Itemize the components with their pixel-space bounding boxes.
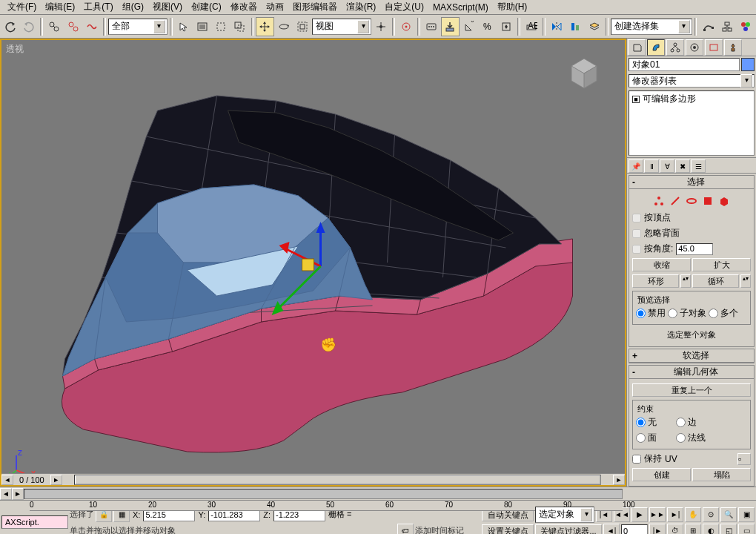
modifier-list-combo[interactable]: 修改器列表 <box>629 74 755 88</box>
loop-button[interactable]: 循环 <box>692 274 739 288</box>
time-slider-track[interactable] <box>24 489 623 499</box>
preview-subobj-radio[interactable] <box>668 309 677 318</box>
undo-button[interactable] <box>1 17 19 36</box>
shrink-button[interactable]: 收缩 <box>632 258 691 271</box>
menu-edit[interactable]: 编辑(E) <box>41 0 79 15</box>
nav-fov-button[interactable]: ▣ <box>738 507 755 522</box>
constraint-none-radio[interactable] <box>636 418 646 427</box>
select-region-button[interactable] <box>212 17 230 36</box>
object-name-field[interactable]: 对象01 <box>629 58 740 71</box>
nav-zoom-button[interactable]: 🔍 <box>720 507 737 522</box>
grow-button[interactable]: 扩大 <box>692 258 751 271</box>
link-button[interactable] <box>45 17 63 36</box>
constraint-edge-radio[interactable] <box>676 418 686 427</box>
menu-rendering[interactable]: 渲染(R) <box>342 0 381 15</box>
collapse-button[interactable]: 塌陷 <box>692 468 751 481</box>
named-selection-set-combo[interactable]: 创建选择集 <box>611 19 692 35</box>
time-config-button[interactable]: ⏱ <box>667 524 683 535</box>
percent-snap-button[interactable]: % <box>479 17 497 36</box>
time-tag-button[interactable]: 🏷 <box>397 524 414 535</box>
bind-spacewarp-button[interactable] <box>83 17 101 36</box>
create-tab[interactable] <box>628 39 646 56</box>
key-filters-button[interactable]: 关键点过滤器... <box>535 524 602 535</box>
menu-tools[interactable]: 工具(T) <box>79 0 117 15</box>
nav-maximize-button[interactable]: ◱ <box>720 524 737 535</box>
next-frame-button[interactable]: ►► <box>649 507 666 522</box>
border-subobj-icon[interactable] <box>686 195 697 207</box>
mirror-button[interactable] <box>548 17 566 36</box>
named-selection-button[interactable]: ABC <box>523 17 540 36</box>
preview-multi-radio[interactable] <box>709 309 718 318</box>
selection-filter-combo[interactable]: 全部 <box>108 19 168 35</box>
menu-help[interactable]: 帮助(H) <box>493 0 532 15</box>
use-pivot-button[interactable] <box>372 17 390 36</box>
remove-modifier-button[interactable]: ✖ <box>675 159 690 173</box>
scroll-left-button[interactable]: ◄ <box>1 475 13 485</box>
schematic-view-button[interactable] <box>718 17 736 36</box>
prev-key-button[interactable]: ◄| <box>603 524 620 535</box>
edit-geometry-rollout-header[interactable]: -编辑几何体 <box>629 366 754 379</box>
perspective-viewport[interactable]: 透视 <box>0 39 626 487</box>
menu-file[interactable]: 文件(F) <box>3 0 41 15</box>
snap-toggle-button[interactable] <box>441 17 459 36</box>
preserve-uv-check[interactable] <box>632 455 641 464</box>
curve-editor-button[interactable] <box>699 17 717 36</box>
nav-minmax-button[interactable]: ▭ <box>738 524 755 535</box>
select-by-name-button[interactable] <box>193 17 211 36</box>
modify-tab[interactable] <box>647 39 665 56</box>
view-cube[interactable] <box>566 55 603 92</box>
redo-button[interactable] <box>20 17 38 36</box>
utilities-tab[interactable] <box>724 39 742 56</box>
nav-arc-button[interactable]: ⊙ <box>703 507 719 522</box>
timeline-next-button[interactable]: ► <box>12 488 24 500</box>
scroll-right-end-button[interactable]: ► <box>613 475 625 485</box>
select-move-button[interactable] <box>256 17 273 36</box>
menu-animation[interactable]: 动画 <box>262 0 288 15</box>
selection-rollout-header[interactable]: -选择 <box>629 176 754 189</box>
select-rotate-button[interactable] <box>275 17 293 36</box>
display-tab[interactable] <box>705 39 723 56</box>
object-color-swatch[interactable] <box>741 58 755 71</box>
element-subobj-icon[interactable] <box>718 195 730 207</box>
nav-zoom-all-button[interactable]: ⊞ <box>685 524 701 535</box>
edge-subobj-icon[interactable] <box>669 195 681 207</box>
repeat-last-button[interactable]: 重复上一个 <box>632 383 751 397</box>
hierarchy-tab[interactable] <box>666 39 684 56</box>
time-ruler[interactable]: 0102030405060708090100 <box>30 501 623 511</box>
menu-customize[interactable]: 自定义(U) <box>380 0 428 15</box>
constraint-face-radio[interactable] <box>636 433 646 443</box>
current-frame-input[interactable]: 0 <box>621 524 648 535</box>
spinner-snap-button[interactable] <box>497 17 515 36</box>
scroll-right-button[interactable]: ► <box>50 475 62 485</box>
select-manipulate-button[interactable] <box>397 17 415 36</box>
soft-selection-rollout-header[interactable]: +软选择 <box>629 349 754 363</box>
by-angle-check[interactable] <box>632 245 641 254</box>
set-key-button[interactable]: 设置关键点 <box>482 524 534 535</box>
create-button[interactable]: 创建 <box>632 468 691 481</box>
nav-orbit-button[interactable]: ◐ <box>703 524 719 535</box>
ring-button[interactable]: 环形 <box>632 274 679 288</box>
align-button[interactable] <box>566 17 584 36</box>
menu-maxscript[interactable]: MAXScript(M) <box>428 1 493 14</box>
menu-modifiers[interactable]: 修改器 <box>226 0 262 15</box>
menu-views[interactable]: 视图(V) <box>148 0 187 15</box>
timeline-prev-button[interactable]: ◄ <box>0 488 12 500</box>
modifier-item-editable-poly[interactable]: ■ 可编辑多边形 <box>629 91 754 107</box>
preview-disable-radio[interactable] <box>636 309 646 318</box>
keyboard-shortcut-button[interactable] <box>422 17 440 36</box>
unlink-button[interactable] <box>64 17 82 36</box>
angle-spinner[interactable]: 45.0 <box>676 243 713 255</box>
maxscript-listener[interactable]: AXScript. <box>1 515 68 529</box>
coord-system-combo[interactable]: 视图 <box>312 19 371 35</box>
constraint-normal-radio[interactable] <box>676 433 686 443</box>
ignore-backfacing-check[interactable] <box>632 229 641 238</box>
vertex-subobj-icon[interactable] <box>653 195 665 207</box>
select-object-button[interactable] <box>175 17 193 36</box>
make-unique-button[interactable]: ∀ <box>660 159 674 173</box>
show-end-result-button[interactable]: Ⅱ <box>644 159 659 173</box>
nav-pan-button[interactable]: ✋ <box>685 507 701 522</box>
configure-sets-button[interactable]: ☰ <box>691 159 706 173</box>
menu-group[interactable]: 组(G) <box>118 0 148 15</box>
play-button[interactable]: ▶ <box>631 507 648 522</box>
motion-tab[interactable] <box>686 39 703 56</box>
